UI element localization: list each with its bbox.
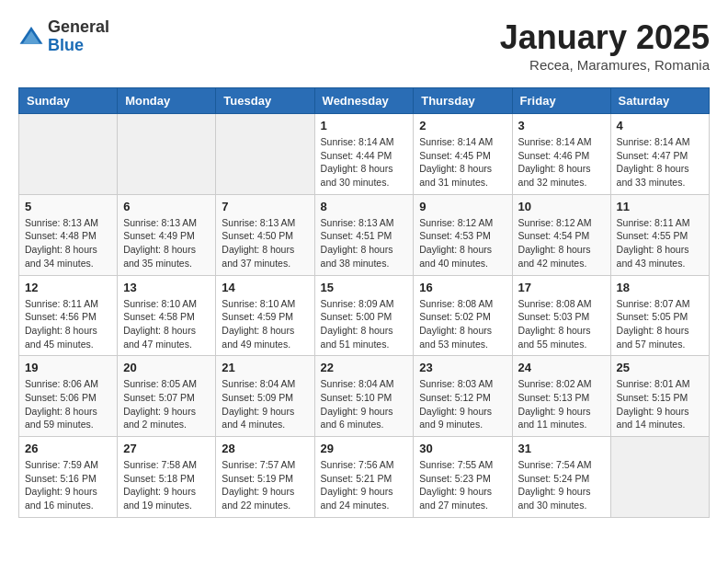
day-info: Sunrise: 8:12 AM Sunset: 4:53 PM Dayligh… bbox=[419, 216, 506, 270]
day-info: Sunrise: 8:13 AM Sunset: 4:50 PM Dayligh… bbox=[222, 216, 308, 270]
calendar-cell: 15Sunrise: 8:09 AM Sunset: 5:00 PM Dayli… bbox=[314, 275, 414, 356]
calendar-cell: 1Sunrise: 8:14 AM Sunset: 4:44 PM Daylig… bbox=[314, 114, 414, 195]
day-info: Sunrise: 8:03 AM Sunset: 5:12 PM Dayligh… bbox=[419, 377, 506, 431]
calendar-cell: 30Sunrise: 7:55 AM Sunset: 5:23 PM Dayli… bbox=[414, 437, 512, 518]
day-number: 3 bbox=[518, 119, 605, 132]
calendar-cell: 24Sunrise: 8:02 AM Sunset: 5:13 PM Dayli… bbox=[512, 356, 610, 437]
day-number: 15 bbox=[321, 281, 408, 294]
day-number: 14 bbox=[222, 281, 308, 294]
calendar-cell: 7Sunrise: 8:13 AM Sunset: 4:50 PM Daylig… bbox=[216, 194, 314, 275]
calendar-week-0: 1Sunrise: 8:14 AM Sunset: 4:44 PM Daylig… bbox=[19, 114, 710, 195]
day-info: Sunrise: 8:01 AM Sunset: 5:15 PM Dayligh… bbox=[617, 377, 703, 431]
day-number: 29 bbox=[321, 442, 408, 455]
title-block: January 2025 Recea, Maramures, Romania bbox=[500, 18, 710, 73]
calendar-cell: 6Sunrise: 8:13 AM Sunset: 4:49 PM Daylig… bbox=[118, 194, 216, 275]
calendar-cell: 19Sunrise: 8:06 AM Sunset: 5:06 PM Dayli… bbox=[19, 356, 118, 437]
day-number: 23 bbox=[419, 361, 506, 374]
day-info: Sunrise: 7:56 AM Sunset: 5:21 PM Dayligh… bbox=[321, 458, 408, 512]
day-number: 1 bbox=[321, 119, 408, 132]
calendar-cell: 31Sunrise: 7:54 AM Sunset: 5:24 PM Dayli… bbox=[512, 437, 610, 518]
calendar-cell: 26Sunrise: 7:59 AM Sunset: 5:16 PM Dayli… bbox=[19, 437, 118, 518]
day-info: Sunrise: 8:14 AM Sunset: 4:46 PM Dayligh… bbox=[518, 135, 605, 190]
day-info: Sunrise: 8:14 AM Sunset: 4:44 PM Dayligh… bbox=[321, 135, 408, 190]
day-info: Sunrise: 8:08 AM Sunset: 5:02 PM Dayligh… bbox=[419, 297, 506, 351]
day-info: Sunrise: 8:14 AM Sunset: 4:47 PM Dayligh… bbox=[617, 135, 703, 190]
day-info: Sunrise: 8:12 AM Sunset: 4:54 PM Dayligh… bbox=[518, 216, 605, 270]
day-info: Sunrise: 7:59 AM Sunset: 5:16 PM Dayligh… bbox=[25, 458, 111, 512]
calendar-cell: 10Sunrise: 8:12 AM Sunset: 4:54 PM Dayli… bbox=[512, 194, 610, 275]
weekday-header-thursday: Thursday bbox=[414, 88, 512, 114]
calendar-cell: 2Sunrise: 8:14 AM Sunset: 4:45 PM Daylig… bbox=[414, 114, 512, 195]
day-info: Sunrise: 8:07 AM Sunset: 5:05 PM Dayligh… bbox=[617, 297, 703, 351]
calendar-cell: 13Sunrise: 8:10 AM Sunset: 4:58 PM Dayli… bbox=[118, 275, 216, 356]
logo-icon bbox=[18, 24, 44, 50]
weekday-header-saturday: Saturday bbox=[610, 88, 709, 114]
day-number: 21 bbox=[222, 361, 308, 374]
calendar-cell: 11Sunrise: 8:11 AM Sunset: 4:55 PM Dayli… bbox=[610, 194, 709, 275]
day-number: 10 bbox=[518, 200, 605, 213]
calendar-cell: 20Sunrise: 8:05 AM Sunset: 5:07 PM Dayli… bbox=[118, 356, 216, 437]
logo: General Blue bbox=[18, 18, 109, 55]
calendar-cell bbox=[19, 114, 118, 195]
calendar-cell: 27Sunrise: 7:58 AM Sunset: 5:18 PM Dayli… bbox=[118, 437, 216, 518]
day-number: 25 bbox=[617, 361, 703, 374]
weekday-header-sunday: Sunday bbox=[19, 88, 118, 114]
calendar-table: SundayMondayTuesdayWednesdayThursdayFrid… bbox=[18, 87, 710, 518]
day-info: Sunrise: 8:11 AM Sunset: 4:56 PM Dayligh… bbox=[25, 297, 111, 351]
weekday-header-wednesday: Wednesday bbox=[314, 88, 414, 114]
logo-text: General Blue bbox=[48, 18, 109, 55]
calendar-header: SundayMondayTuesdayWednesdayThursdayFrid… bbox=[19, 88, 710, 114]
day-number: 9 bbox=[419, 200, 506, 213]
weekday-header-friday: Friday bbox=[512, 88, 610, 114]
calendar-cell bbox=[216, 114, 314, 195]
calendar-cell bbox=[118, 114, 216, 195]
day-info: Sunrise: 8:11 AM Sunset: 4:55 PM Dayligh… bbox=[617, 216, 703, 270]
calendar-cell: 21Sunrise: 8:04 AM Sunset: 5:09 PM Dayli… bbox=[216, 356, 314, 437]
day-info: Sunrise: 8:04 AM Sunset: 5:10 PM Dayligh… bbox=[321, 377, 408, 431]
day-number: 31 bbox=[518, 442, 605, 455]
day-info: Sunrise: 8:13 AM Sunset: 4:49 PM Dayligh… bbox=[123, 216, 210, 270]
calendar-cell: 18Sunrise: 8:07 AM Sunset: 5:05 PM Dayli… bbox=[610, 275, 709, 356]
day-number: 20 bbox=[123, 361, 210, 374]
day-info: Sunrise: 8:04 AM Sunset: 5:09 PM Dayligh… bbox=[222, 377, 308, 431]
day-info: Sunrise: 8:09 AM Sunset: 5:00 PM Dayligh… bbox=[321, 297, 408, 351]
day-number: 11 bbox=[617, 200, 703, 213]
day-number: 2 bbox=[419, 119, 506, 132]
calendar-week-4: 26Sunrise: 7:59 AM Sunset: 5:16 PM Dayli… bbox=[19, 437, 710, 518]
calendar-cell: 29Sunrise: 7:56 AM Sunset: 5:21 PM Dayli… bbox=[314, 437, 414, 518]
calendar-cell bbox=[610, 437, 709, 518]
weekday-header-tuesday: Tuesday bbox=[216, 88, 314, 114]
calendar-week-1: 5Sunrise: 8:13 AM Sunset: 4:48 PM Daylig… bbox=[19, 194, 710, 275]
calendar-cell: 12Sunrise: 8:11 AM Sunset: 4:56 PM Dayli… bbox=[19, 275, 118, 356]
calendar-cell: 28Sunrise: 7:57 AM Sunset: 5:19 PM Dayli… bbox=[216, 437, 314, 518]
calendar-cell: 5Sunrise: 8:13 AM Sunset: 4:48 PM Daylig… bbox=[19, 194, 118, 275]
day-info: Sunrise: 8:10 AM Sunset: 4:59 PM Dayligh… bbox=[222, 297, 308, 351]
day-info: Sunrise: 7:58 AM Sunset: 5:18 PM Dayligh… bbox=[123, 458, 210, 512]
day-info: Sunrise: 8:05 AM Sunset: 5:07 PM Dayligh… bbox=[123, 377, 210, 431]
day-number: 5 bbox=[25, 200, 111, 213]
day-number: 8 bbox=[321, 200, 408, 213]
day-number: 27 bbox=[123, 442, 210, 455]
day-number: 7 bbox=[222, 200, 308, 213]
calendar-cell: 23Sunrise: 8:03 AM Sunset: 5:12 PM Dayli… bbox=[414, 356, 512, 437]
day-info: Sunrise: 8:08 AM Sunset: 5:03 PM Dayligh… bbox=[518, 297, 605, 351]
day-info: Sunrise: 8:02 AM Sunset: 5:13 PM Dayligh… bbox=[518, 377, 605, 431]
day-info: Sunrise: 7:54 AM Sunset: 5:24 PM Dayligh… bbox=[518, 458, 605, 512]
logo-general: General bbox=[48, 18, 109, 37]
weekday-header-row: SundayMondayTuesdayWednesdayThursdayFrid… bbox=[19, 88, 710, 114]
day-info: Sunrise: 7:55 AM Sunset: 5:23 PM Dayligh… bbox=[419, 458, 506, 512]
day-number: 22 bbox=[321, 361, 408, 374]
month-title: January 2025 bbox=[500, 18, 710, 57]
day-info: Sunrise: 8:13 AM Sunset: 4:51 PM Dayligh… bbox=[321, 216, 408, 270]
day-number: 24 bbox=[518, 361, 605, 374]
calendar-cell: 22Sunrise: 8:04 AM Sunset: 5:10 PM Dayli… bbox=[314, 356, 414, 437]
calendar-week-3: 19Sunrise: 8:06 AM Sunset: 5:06 PM Dayli… bbox=[19, 356, 710, 437]
calendar-cell: 25Sunrise: 8:01 AM Sunset: 5:15 PM Dayli… bbox=[610, 356, 709, 437]
day-number: 28 bbox=[222, 442, 308, 455]
day-number: 18 bbox=[617, 281, 703, 294]
day-number: 30 bbox=[419, 442, 506, 455]
day-number: 16 bbox=[419, 281, 506, 294]
calendar-week-2: 12Sunrise: 8:11 AM Sunset: 4:56 PM Dayli… bbox=[19, 275, 710, 356]
weekday-header-monday: Monday bbox=[118, 88, 216, 114]
calendar-cell: 17Sunrise: 8:08 AM Sunset: 5:03 PM Dayli… bbox=[512, 275, 610, 356]
